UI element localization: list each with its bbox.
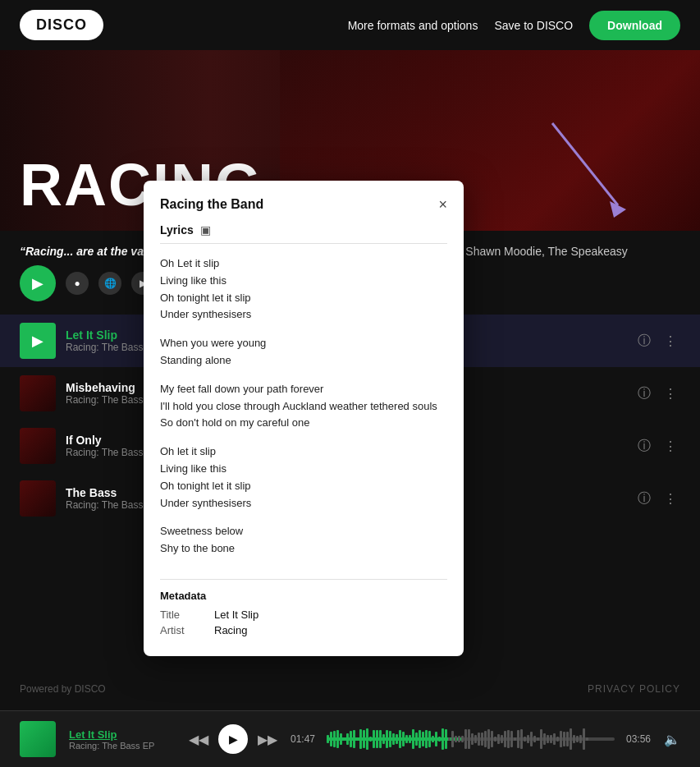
modal-close-button[interactable]: × (438, 197, 447, 212)
lyrics-tab-label: Lyrics (160, 223, 194, 237)
metadata-row: Title Let It Slip (160, 609, 447, 621)
player-info: Let It Slip Racing: The Bass EP (69, 728, 176, 751)
metadata-heading: Metadata (160, 590, 447, 602)
header-nav: More formats and options Save to DISCO D… (348, 11, 680, 40)
current-time: 01:47 (291, 733, 320, 745)
privacy-policy[interactable]: PRIVACY POLICY (588, 683, 680, 695)
play-pause-button[interactable]: ▶ (218, 724, 248, 754)
lyrics-stanza: Oh Let it slipLiving like thisOh tonight… (160, 255, 447, 324)
progress-fill (327, 737, 462, 741)
header: DISCO More formats and options Save to D… (0, 0, 700, 50)
metadata-row: Artist Racing (160, 624, 447, 636)
more-button[interactable]: ⋮ (661, 435, 680, 457)
track-thumbnail (20, 375, 56, 411)
track-thumbnail (20, 428, 56, 464)
quote-author: - Shawn Moodie, The Speakeasy (459, 245, 628, 258)
info-button[interactable]: ⓘ (634, 382, 654, 406)
track-actions: ⓘ ⋮ (634, 382, 680, 406)
lyrics-modal: Racing the Band × Lyrics ▣ Oh Let it sli… (144, 181, 464, 656)
play-icon: ▶ (32, 274, 43, 292)
modal-title: Racing the Band (160, 197, 263, 212)
track-actions: ⓘ ⋮ (634, 329, 680, 353)
website-icon[interactable]: 🌐 (98, 272, 121, 295)
previous-button[interactable]: ◀◀ (189, 732, 208, 747)
lyrics-stanza: Oh let it slipLiving like thisOh tonight… (160, 443, 447, 512)
save-to-disco-button[interactable]: Save to DISCO (494, 19, 573, 32)
more-button[interactable]: ⋮ (661, 488, 680, 510)
download-button[interactable]: Download (589, 11, 680, 40)
player-controls: ◀◀ ▶ ▶▶ (189, 724, 277, 754)
metadata-section: Metadata Title Let It Slip Artist Racing (160, 579, 447, 636)
lyrics-content: Oh Let it slipLiving like thisOh tonight… (160, 255, 447, 567)
metadata-value: Racing (214, 624, 247, 636)
lyrics-stanza: When you were youngStanding alone (160, 335, 447, 370)
more-button[interactable]: ⋮ (661, 383, 680, 405)
track-thumbnail (20, 480, 56, 517)
modal-header: Racing the Band × (160, 197, 447, 212)
metadata-key: Artist (160, 624, 201, 636)
lyrics-stanza: My feet fall down your path foreverI'll … (160, 381, 447, 432)
formats-button[interactable]: More formats and options (348, 19, 478, 32)
metadata-value: Let It Slip (214, 609, 258, 621)
next-button[interactable]: ▶▶ (258, 732, 277, 747)
player-timeline: 01:47 03:56 (291, 733, 651, 745)
progress-bar[interactable] (327, 737, 615, 741)
volume-button[interactable]: 🔈 (664, 732, 680, 747)
modal-container: Racing the Band × Lyrics ▣ Oh Let it sli… (144, 181, 464, 656)
spotify-icon[interactable]: ● (66, 272, 89, 295)
player-track-name: Let It Slip (69, 728, 176, 741)
total-time: 03:56 (621, 733, 651, 745)
info-button[interactable]: ⓘ (634, 329, 654, 353)
lyrics-stanza: Sweetness belowShy to the bone (160, 523, 447, 558)
track-thumbnail: ▶ (20, 323, 56, 359)
info-button[interactable]: ⓘ (634, 487, 654, 511)
player-album: Racing: The Bass EP (69, 741, 176, 751)
lyrics-tab-icon[interactable]: ▣ (200, 223, 211, 237)
logo: DISCO (20, 10, 103, 40)
player-thumbnail (20, 721, 56, 757)
metadata-key: Title (160, 609, 201, 621)
info-button[interactable]: ⓘ (634, 434, 654, 458)
play-button-large[interactable]: ▶ (20, 265, 56, 301)
powered-by: Powered by DISCO (20, 683, 106, 695)
more-button[interactable]: ⋮ (661, 330, 680, 352)
track-actions: ⓘ ⋮ (634, 434, 680, 458)
track-actions: ⓘ ⋮ (634, 487, 680, 511)
modal-tabs: Lyrics ▣ (160, 223, 447, 244)
bottom-player: Let It Slip Racing: The Bass EP ◀◀ ▶ ▶▶ … (0, 710, 700, 767)
